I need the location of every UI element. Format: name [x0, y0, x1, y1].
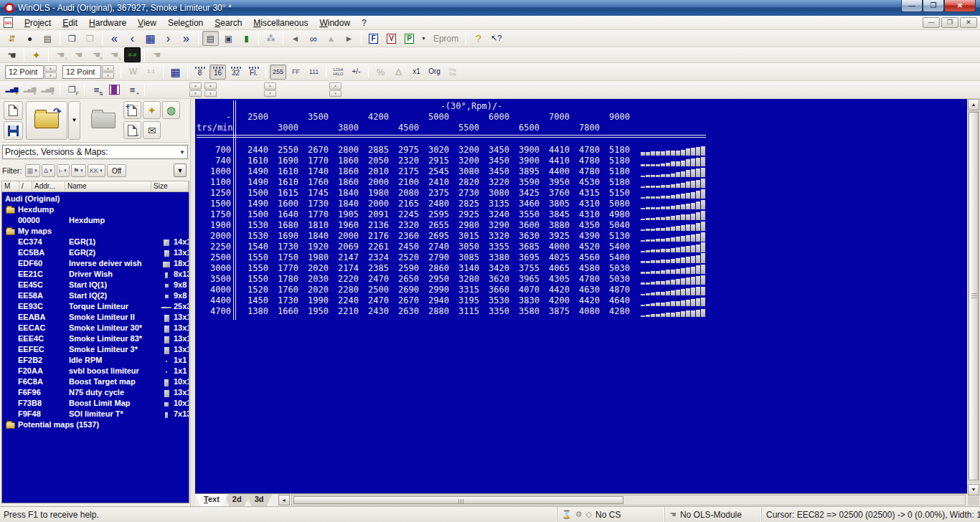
cell-1750-9000[interactable]: 4980	[600, 209, 630, 220]
map-row-eeaba[interactable]: EEABASmoke Limiteur II13x16	[2, 313, 189, 323]
cell-1900-5500[interactable]: 2980	[449, 220, 479, 231]
axis-z-spinner[interactable]: ▲▼	[329, 82, 341, 97]
list-header-addr[interactable]: Addr...	[32, 181, 65, 191]
map-row-f9f48[interactable]: F9F48SOI limiteur T*7x13	[2, 409, 189, 420]
filter-off-button[interactable]: Off	[107, 164, 126, 177]
filter-kk-button[interactable]: KK▼	[88, 164, 105, 177]
cell-3000-9000[interactable]: 5030	[600, 263, 630, 274]
cell-2000-7000[interactable]: 3925	[540, 231, 570, 242]
cell-2000-7800[interactable]: 4390	[570, 231, 600, 242]
filter-info-button[interactable]: i-▼	[57, 164, 70, 177]
cell-2000-6000[interactable]: 3320	[479, 231, 509, 242]
map-row-eefec[interactable]: EEFECSmoke Limiteur 3*13x16	[2, 345, 189, 356]
cell-3000-5000[interactable]: 2860	[419, 263, 449, 274]
hexdump-view-button[interactable]: ▮	[238, 31, 255, 46]
font-size-secondary-spinner-arrows[interactable]: ▲▼	[102, 65, 114, 79]
cell-1000-5000[interactable]: 2545	[419, 166, 449, 177]
cell-740-6500[interactable]: 3900	[509, 156, 540, 166]
cell-1500-4500[interactable]: 2165	[389, 199, 419, 209]
context-help-button[interactable]: ↖?	[488, 31, 504, 46]
cell-2500-7800[interactable]: 4560	[570, 252, 600, 263]
byte-order-button[interactable]: LOHI HILO	[330, 65, 347, 80]
cell-1250-4500[interactable]: 2080	[389, 188, 419, 199]
cell-1750-6500[interactable]: 3550	[509, 209, 540, 220]
cell-1250-7000[interactable]: 3760	[540, 188, 570, 199]
search-back-button[interactable]: ◄	[287, 31, 303, 46]
cell-3000-3800[interactable]: 2174	[329, 263, 359, 274]
map-row-f73b8[interactable]: F73B8Boost Limit Map10x10	[2, 399, 189, 409]
cell-3000-6500[interactable]: 3755	[509, 263, 540, 274]
cell-1500-7000[interactable]: 3805	[540, 199, 570, 209]
list-reorder-button[interactable]: ≡⇅	[88, 82, 105, 98]
cell-2500-3800[interactable]: 2147	[329, 252, 359, 263]
new-version-button[interactable]: +	[123, 101, 141, 119]
cell-740-9000[interactable]: 5180	[600, 156, 630, 166]
cell-1500-2500[interactable]: 1490	[238, 199, 268, 209]
cell-1250-9000[interactable]: 5150	[600, 188, 630, 199]
cell-4000-7000[interactable]: 4420	[540, 285, 570, 295]
cell-2250-2500[interactable]: 1540	[238, 242, 268, 252]
cell-2250-7000[interactable]: 4000	[540, 242, 570, 252]
axis-x-spinner-2[interactable]: ▲▼	[204, 82, 217, 97]
cell-2000-6500[interactable]: 3630	[509, 231, 540, 242]
minimize-button[interactable]: —	[901, 0, 923, 12]
map-row-edf60[interactable]: EDF60Inverse deiver wish18x13	[2, 259, 189, 270]
list-row[interactable]: Audi (Original)	[2, 194, 189, 205]
cell-4400-7000[interactable]: 4200	[540, 295, 570, 306]
cell-700-3500[interactable]: 2670	[298, 145, 329, 156]
cell-4000-3800[interactable]: 2280	[329, 285, 359, 295]
cell-4700-6500[interactable]: 3580	[509, 306, 540, 317]
cell-1100-5500[interactable]: 2820	[449, 177, 479, 188]
filter-flag-button[interactable]: ⚑▼	[71, 164, 86, 177]
cell-4700-6000[interactable]: 3350	[479, 306, 509, 317]
cell-2500-3000[interactable]: 1750	[268, 252, 298, 263]
cell-1100-3500[interactable]: 1760	[298, 177, 329, 188]
cell-1900-6500[interactable]: 3600	[509, 220, 540, 231]
cell-3000-6000[interactable]: 3420	[479, 263, 509, 274]
cell-3500-5500[interactable]: 3280	[449, 274, 479, 285]
cell-1000-7000[interactable]: 4400	[540, 166, 570, 177]
cell-700-5500[interactable]: 3200	[449, 145, 479, 156]
print-button[interactable]: ▤	[39, 31, 56, 46]
cell-2250-3800[interactable]: 2069	[329, 242, 359, 252]
cell-3500-3500[interactable]: 2030	[298, 274, 329, 285]
font-size-primary-spinner-value[interactable]: 12 Point	[5, 65, 44, 79]
tab-2d[interactable]: 2d	[224, 494, 250, 506]
cell-700-6500[interactable]: 3900	[509, 145, 540, 156]
map-row-eee4c[interactable]: EEE4CSmoke Limiteur 83*13x16	[2, 334, 189, 345]
cell-2000-5000[interactable]: 2695	[419, 231, 449, 242]
cell-3500-9000[interactable]: 5030	[600, 274, 630, 285]
cell-2250-5500[interactable]: 3050	[449, 242, 479, 252]
cell-1500-7800[interactable]: 4310	[570, 199, 600, 209]
list-header-m[interactable]: M	[2, 181, 19, 191]
cell-740-5000[interactable]: 2915	[419, 156, 449, 166]
cell-2500-4200[interactable]: 2324	[359, 252, 389, 263]
panel-view-combobox[interactable]: Projects, Versions & Maps: ▼	[2, 145, 188, 159]
cell-4700-3500[interactable]: 1950	[298, 306, 329, 317]
menu-item-view[interactable]: View	[132, 16, 162, 29]
cell-1900-3000[interactable]: 1680	[268, 220, 298, 231]
cell-1000-5500[interactable]: 3080	[449, 166, 479, 177]
cell-4700-7800[interactable]: 4080	[570, 306, 600, 317]
cell-4000-5500[interactable]: 3315	[449, 285, 479, 295]
cell-1750-4200[interactable]: 2091	[359, 209, 389, 220]
child-window-icon[interactable]: 101	[4, 17, 13, 28]
hscroll-left-button[interactable]: ◄	[278, 495, 290, 506]
font-size-primary-spinner[interactable]: 12 Point▲▼	[5, 65, 58, 79]
spin-down-icon[interactable]: ▼	[189, 90, 202, 98]
cell-4400-4500[interactable]: 2670	[389, 295, 419, 306]
cell-700-4200[interactable]: 2885	[359, 145, 389, 156]
cell-4400-7800[interactable]: 4420	[570, 295, 600, 306]
cell-3500-7000[interactable]: 4305	[540, 274, 570, 285]
cell-740-3800[interactable]: 1860	[329, 156, 359, 166]
cell-740-3500[interactable]: 1770	[298, 156, 329, 166]
cell-4400-6500[interactable]: 3830	[509, 295, 540, 306]
cell-1900-5000[interactable]: 2655	[419, 220, 449, 231]
cell-2000-5500[interactable]: 3015	[449, 231, 479, 242]
grid-mode-button[interactable]: ▦	[167, 65, 184, 80]
import-button[interactable]: ⇵	[4, 31, 20, 46]
cell-1250-7800[interactable]: 4315	[570, 188, 600, 199]
map-row-ef2b2[interactable]: EF2B2Idle RPM1x1	[2, 356, 189, 366]
cell-3500-5000[interactable]: 2950	[419, 274, 449, 285]
cell-1000-3800[interactable]: 1860	[329, 166, 359, 177]
